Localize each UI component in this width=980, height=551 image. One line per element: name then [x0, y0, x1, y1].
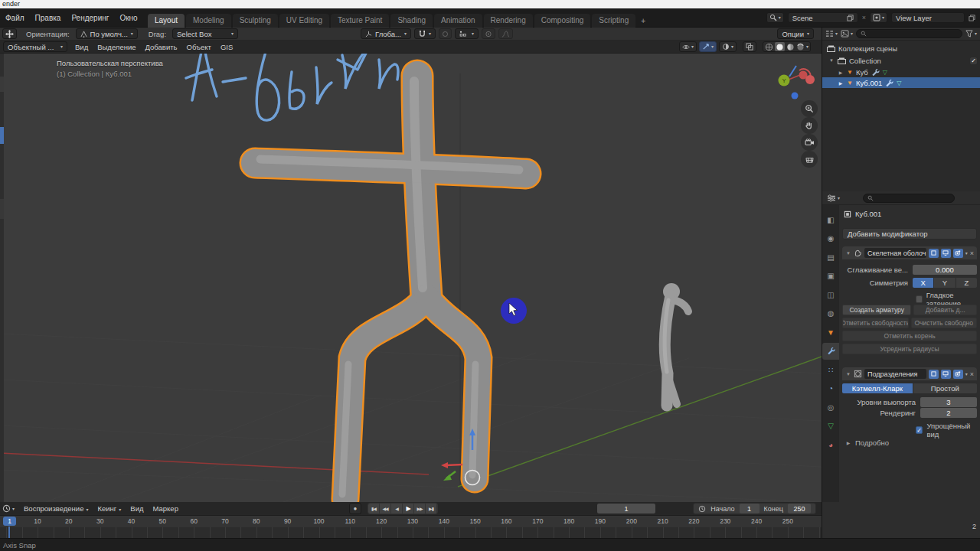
tab-Compositing[interactable]: Compositing — [534, 14, 591, 28]
toolbar-strip[interactable] — [0, 54, 4, 502]
snap-toggle-button[interactable] — [439, 28, 452, 39]
orientation-dropdown[interactable]: По умолч... ▾ — [76, 28, 138, 39]
smooth-shading-checkbox[interactable] — [916, 295, 923, 303]
gizmos-dropdown[interactable]: ▾ — [699, 41, 717, 52]
shading-rendered-icon[interactable] — [796, 43, 805, 51]
viewport-menu-Вид[interactable]: Вид — [70, 41, 93, 54]
object-visibility-dropdown[interactable]: ▾ — [679, 41, 697, 52]
mark-root-button[interactable]: Отметить корень — [842, 331, 977, 341]
playhead[interactable] — [8, 527, 10, 538]
new-view-layer-icon[interactable] — [969, 15, 975, 21]
viewport-levels-field[interactable]: 3 — [920, 397, 977, 407]
symmetry-Y-button[interactable]: Y — [934, 278, 956, 288]
close-modifier-icon[interactable]: × — [970, 249, 974, 257]
outliner-row-scene-collection[interactable]: Коллекция сцены — [827, 43, 897, 54]
toggle-editmode-icon[interactable] — [929, 249, 939, 258]
xray-toggle[interactable] — [743, 41, 756, 52]
mark-loose-button[interactable]: Отметить свободность — [842, 318, 909, 328]
timeline-editor-type[interactable]: ▾ — [2, 504, 15, 513]
timeline-menu-Маркер[interactable]: Маркер — [149, 502, 183, 515]
properties-tab-constraints[interactable]: ◎ — [822, 399, 839, 416]
simple-button[interactable]: Простой — [913, 383, 977, 393]
close-modifier-icon[interactable]: × — [970, 370, 974, 378]
falloff-curve-button[interactable] — [498, 28, 513, 39]
add-workspace-button[interactable]: + — [637, 15, 649, 28]
symmetry-Z-button[interactable]: Z — [956, 278, 977, 288]
current-frame-field[interactable]: 1 — [597, 504, 655, 514]
modifier-name-field[interactable]: Подразделения — [864, 369, 926, 379]
catmull-clark-button[interactable]: Кэтмелл-Кларк — [842, 383, 913, 393]
properties-tab-object[interactable]: ▼ — [822, 324, 839, 341]
add-button[interactable]: Добавить д... — [913, 305, 977, 315]
properties-tab-tool[interactable]: ◧ — [822, 211, 839, 228]
menu-Правка[interactable]: Правка — [30, 8, 67, 28]
properties-tab-output[interactable]: ▤ — [822, 249, 839, 266]
shading-solid-active[interactable] — [775, 42, 785, 51]
transform-orientation-dropdown[interactable]: Глоба... ▾ — [361, 28, 411, 39]
tab-Animation[interactable]: Animation — [434, 14, 482, 28]
clear-loose-button[interactable]: Очистить свободно — [911, 318, 978, 328]
active-tool-notch[interactable] — [0, 127, 4, 144]
timeline-menu-Вид[interactable]: Вид — [126, 502, 148, 515]
tab-Modeling[interactable]: Modeling — [186, 14, 231, 28]
timeline-ruler[interactable]: 1 10203040506070809010011012013014015016… — [0, 516, 822, 527]
view-layer-selector[interactable]: View Layer — [891, 12, 965, 23]
prev-keyframe-button[interactable]: ◀◀ — [380, 504, 391, 514]
equalize-radii-button[interactable]: Усреднить радиусы — [842, 344, 977, 354]
next-keyframe-button[interactable]: ▶▶ — [414, 504, 426, 514]
panel-divider[interactable] — [822, 28, 822, 538]
tool-notch[interactable] — [0, 77, 4, 92]
jump-end-button[interactable]: ▶▮ — [426, 504, 437, 514]
tab-Sculpting[interactable]: Sculpting — [233, 14, 278, 28]
render-levels-field[interactable]: 2 — [920, 408, 977, 418]
viewlayer-type-button[interactable]: ▾ — [870, 12, 887, 23]
snap-dropdown[interactable]: ▾ — [414, 28, 436, 39]
outliner-search-input[interactable] — [856, 29, 962, 38]
collection-checkbox[interactable]: ✓ — [970, 57, 977, 64]
clock-icon[interactable] — [698, 505, 706, 513]
nav-gizmo[interactable]: Y — [779, 66, 815, 99]
proportional-editing-dropdown[interactable]: ▾ — [455, 28, 479, 39]
current-frame-badge[interactable]: 1 — [3, 517, 16, 526]
viewport-3d[interactable]: Ориентация: По умолч... ▾ Drag: Select B… — [0, 28, 822, 502]
outliner-funnel-filter[interactable]: ▾ — [965, 30, 977, 37]
menu-Рендеринг[interactable]: Рендеринг — [66, 8, 114, 28]
properties-tab-world[interactable]: ◍ — [822, 305, 839, 322]
outliner-row-cube001[interactable]: ▶ ▼ Куб.001 ▽ — [822, 77, 980, 88]
menu-Окно[interactable]: Окно — [114, 8, 142, 28]
timeline-track-band[interactable] — [0, 527, 822, 538]
outliner-filter-mode[interactable]: ▾ — [841, 30, 853, 37]
tab-Texture Paint[interactable]: Texture Paint — [331, 14, 389, 28]
properties-tab-particles[interactable]: ∷ — [822, 361, 839, 378]
properties-tab-render[interactable]: ◉ — [822, 230, 839, 247]
falloff-button[interactable] — [482, 28, 495, 39]
play-reverse-button[interactable]: ◀ — [391, 504, 403, 514]
ortho-grid-icon[interactable] — [801, 151, 818, 168]
tool-notch[interactable] — [0, 199, 4, 219]
stick-figure-small[interactable] — [663, 283, 688, 406]
properties-editor-type[interactable]: ▾ — [827, 194, 840, 202]
properties-tab-physics[interactable]: ◔ — [822, 380, 839, 397]
add-modifier-button[interactable]: Добавить модификатор — [842, 228, 977, 240]
menu-Файл[interactable]: Файл — [0, 8, 30, 28]
timeline-menu-Воспроизведение[interactable]: Воспроизведение▾ — [19, 502, 93, 515]
overlays-dropdown[interactable]: ▾ — [719, 41, 737, 52]
toggle-render-icon[interactable] — [953, 370, 963, 379]
camera-view-icon[interactable] — [801, 134, 818, 151]
start-frame-field[interactable]: 1 — [740, 504, 760, 514]
new-scene-icon[interactable] — [847, 15, 854, 21]
shading-material-icon[interactable] — [786, 43, 795, 51]
outliner-row-collection[interactable]: ▼ Collection ✓ — [828, 55, 980, 66]
scene-type-button[interactable]: ▾ — [766, 12, 784, 23]
create-armature-button[interactable]: Создать арматуру — [842, 305, 911, 315]
smooth-value-field[interactable]: 0.000 — [913, 265, 977, 275]
play-button[interactable]: ▶ — [403, 504, 414, 514]
properties-tab-view-layer[interactable]: ▣ — [822, 268, 839, 285]
unlink-scene-button[interactable]: × — [862, 14, 866, 21]
shading-wireframe-icon[interactable] — [765, 43, 773, 51]
toggle-render-icon[interactable] — [953, 249, 963, 258]
skin-modifier-header[interactable]: ▼ Скелетная оболоч... ▾ × — [842, 246, 977, 259]
toggle-realtime-icon[interactable] — [941, 249, 951, 258]
viewport-menu-GIS[interactable]: GIS — [216, 41, 237, 54]
pan-hand-icon[interactable] — [801, 117, 818, 134]
